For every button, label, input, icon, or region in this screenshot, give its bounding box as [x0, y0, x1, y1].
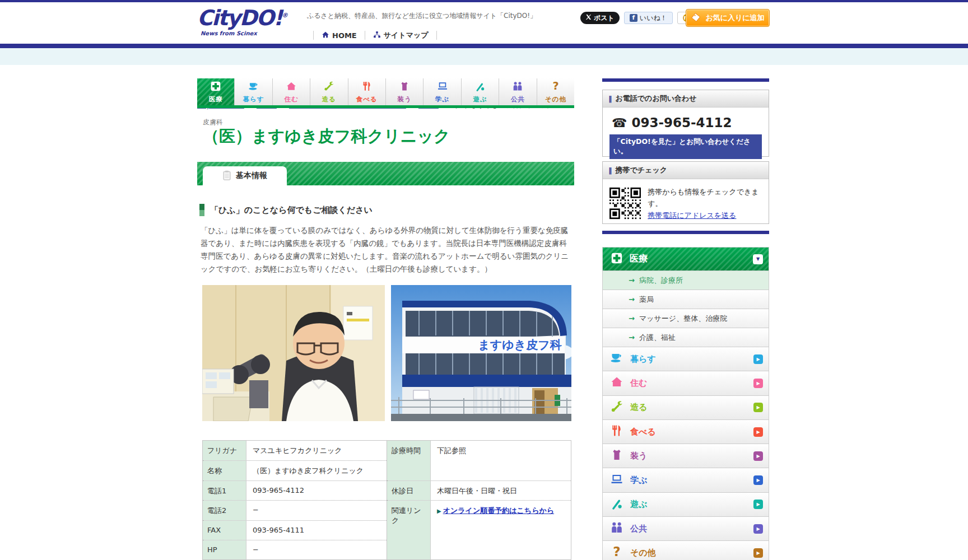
- submenu-label: 病院、診療所: [639, 276, 683, 286]
- sidebar-item-label: 学ぶ: [630, 475, 747, 486]
- sidebar-item-食べる[interactable]: 食べる ▶: [603, 419, 769, 444]
- table-value: 093-965-4112: [246, 481, 387, 500]
- header-bottom-bar: [0, 44, 968, 48]
- tab-装う[interactable]: 装う: [386, 78, 424, 105]
- tab-遊ぶ[interactable]: 遊ぶ: [462, 78, 499, 105]
- tab-住む[interactable]: 住む: [273, 78, 310, 105]
- nav-home[interactable]: HOME: [322, 31, 357, 40]
- info-table-left: フリガナ マスユキヒフカクリニック名称 （医）ますゆき皮フ科クリニック電話1 0…: [203, 441, 387, 559]
- tag-icon: [691, 12, 702, 24]
- building-sign-text: ますゆき皮フ科: [478, 338, 561, 352]
- citydo-logo[interactable]: CityDO!® News from Scinex: [197, 4, 292, 41]
- sidebar-item-label: その他: [630, 548, 747, 558]
- expand-play-button[interactable]: ▶: [753, 379, 763, 388]
- facebook-like-button[interactable]: f いいね！: [624, 12, 673, 24]
- expand-play-button[interactable]: ▶: [753, 500, 763, 509]
- table-row: 名称 （医）ますゆき皮フ科クリニック: [203, 460, 387, 480]
- bat-icon: [610, 497, 623, 512]
- tab-造る[interactable]: 造る: [310, 78, 348, 105]
- tab-その他[interactable]: ?その他: [537, 78, 574, 105]
- tab-label: 食べる: [356, 95, 378, 104]
- fork-icon: [610, 424, 623, 440]
- sidebar-item-暮らす[interactable]: 暮らす ▶: [603, 347, 769, 371]
- tab-医療[interactable]: 医療: [197, 78, 235, 105]
- sidebar-item-遊ぶ[interactable]: 遊ぶ ▶: [603, 492, 769, 516]
- tab-学ぶ[interactable]: 学ぶ: [424, 78, 461, 105]
- sidebar-item-学ぶ[interactable]: 学ぶ ▶: [603, 468, 769, 492]
- submenu-label: 薬局: [639, 295, 654, 305]
- tab-label: 住む: [284, 95, 298, 104]
- laptop-icon: [437, 81, 448, 94]
- tab-暮らす[interactable]: 暮らす: [235, 78, 272, 105]
- breadcrumb-row: CityDO!トップ>福岡県>「医療:病院、診療所」関連業種リスト>皮膚科>（医…: [0, 48, 968, 65]
- add-favorite-button[interactable]: お気に入りに追加: [686, 9, 770, 27]
- expand-play-button[interactable]: ▶: [753, 354, 763, 364]
- expand-play-button[interactable]: ▶: [753, 548, 763, 558]
- table-value: −: [246, 540, 387, 559]
- expand-play-button[interactable]: ▶: [753, 427, 763, 437]
- tab-公共[interactable]: 公共: [499, 78, 537, 105]
- table-label: フリガナ: [203, 441, 246, 460]
- nav-divider: [313, 31, 314, 40]
- submenu-item-病院、診療所[interactable]: → 病院、診療所: [603, 270, 769, 290]
- sidebar-item-装う[interactable]: 装う ▶: [603, 444, 769, 468]
- submenu-item-薬局[interactable]: → 薬局: [603, 290, 769, 309]
- x-post-button[interactable]: ポスト: [580, 12, 620, 24]
- x-icon: [585, 14, 592, 22]
- sidebar-item-造る[interactable]: 造る ▶: [603, 395, 769, 419]
- collapse-button[interactable]: ▼: [753, 254, 763, 264]
- cross-icon: [210, 81, 221, 94]
- vest-icon: [399, 81, 410, 94]
- tab-label: 公共: [511, 95, 525, 104]
- table-label: 診療時間: [387, 441, 431, 480]
- mobile-box-header: ‖ 携帯でチェック: [603, 162, 769, 179]
- house-icon: [610, 375, 623, 391]
- svg-text:?: ?: [552, 81, 559, 92]
- cup-icon: [248, 81, 259, 94]
- svg-text:?: ?: [613, 545, 620, 559]
- medical-cross-icon: [611, 252, 623, 267]
- online-reservation-link[interactable]: オンライン順番予約はこちらから: [443, 506, 554, 515]
- sidebar-divider-bar: [602, 231, 769, 234]
- tab-label: 医療: [209, 95, 223, 104]
- laptop-icon: [610, 473, 623, 488]
- expand-play-button[interactable]: ▶: [753, 451, 763, 461]
- sidebar-item-住む[interactable]: 住む ▶: [603, 371, 769, 395]
- question-icon: ?: [550, 81, 561, 94]
- mobile-box-body: 携帯からも情報をチェックできます。 携帯電話にアドレスを送る: [603, 179, 769, 228]
- table-value: （医）ますゆき皮フ科クリニック: [246, 461, 387, 480]
- sidebar-item-medical[interactable]: 医療 ▼: [603, 248, 769, 270]
- people-icon: [610, 521, 623, 536]
- arrow-right-icon: →: [629, 295, 635, 304]
- house-icon: [286, 81, 297, 94]
- bat-icon: [474, 81, 486, 94]
- table-row: 電話2 −: [203, 500, 387, 520]
- link-marker-icon: ▶: [437, 508, 441, 514]
- tab-label: 暮らす: [243, 95, 264, 104]
- phone-inquiry-box: ‖ お電話でのお問い合わせ ☎ 093-965-4112 「CityDO!を見た…: [602, 90, 769, 157]
- sidebar-item-公共[interactable]: 公共 ▶: [603, 516, 769, 540]
- tab-label: 装う: [398, 95, 412, 104]
- submenu-item-介護、福祉[interactable]: → 介護、福祉: [603, 328, 769, 347]
- header-accent: ‖: [608, 166, 612, 175]
- section-heading: 「ひふ」のことなら何でもご相談ください: [199, 204, 373, 216]
- table-label: 名称: [203, 461, 246, 480]
- home-icon: [322, 31, 329, 40]
- table-label: FAX: [203, 521, 246, 540]
- expand-play-button[interactable]: ▶: [753, 524, 763, 534]
- submenu-item-マッサージ、整体、治療院[interactable]: → マッサージ、整体、治療院: [603, 309, 769, 328]
- wrench-icon: [323, 81, 334, 94]
- logo-text: CityDO!®: [197, 4, 292, 29]
- nav-sitemap[interactable]: サイトマップ: [373, 30, 429, 40]
- send-address-link[interactable]: 携帯電話にアドレスを送る: [648, 211, 736, 220]
- expand-play-button[interactable]: ▶: [753, 475, 763, 485]
- wrench-icon: [610, 400, 623, 416]
- tab-食べる[interactable]: 食べる: [348, 78, 386, 105]
- tab-basic-info[interactable]: 基本情報: [203, 166, 287, 185]
- expand-play-button[interactable]: ▶: [753, 403, 763, 412]
- qr-code: [609, 186, 641, 221]
- sidebar: ‖ お電話でのお問い合わせ ☎ 093-965-4112 「CityDO!を見た…: [602, 78, 769, 560]
- sidebar-item-その他[interactable]: ? その他 ▶: [603, 540, 769, 560]
- table-value: ▶オンライン順番予約はこちらから: [431, 501, 571, 559]
- table-label: 電話1: [203, 481, 246, 500]
